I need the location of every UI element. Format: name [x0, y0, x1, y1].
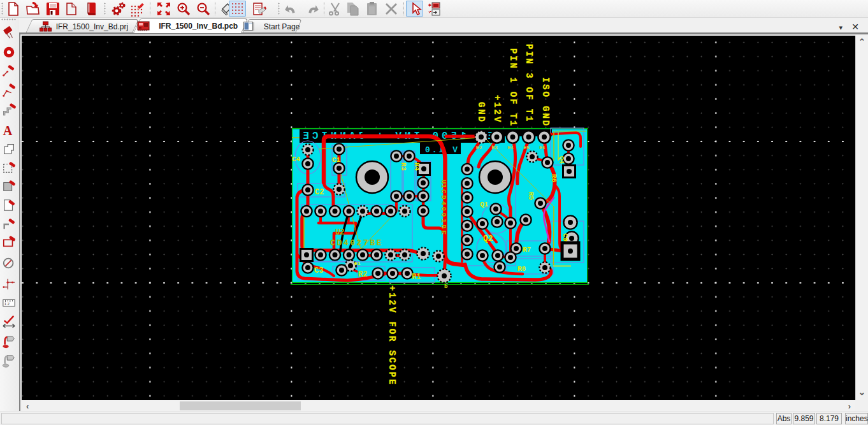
svg-text:C2: C2 [315, 188, 324, 197]
svg-text:E3: E3 [492, 145, 498, 150]
svg-text:E5: E5 [524, 145, 530, 150]
svg-text:R3: R3 [400, 162, 407, 171]
svg-text:R2: R2 [358, 270, 367, 279]
svg-text:R5: R5 [527, 192, 535, 201]
svg-text:R4: R4 [413, 162, 421, 171]
svg-text:1 2: 1 2 [4, 302, 10, 306]
svg-text:+12V: +12V [492, 95, 502, 124]
svg-text:A: A [3, 124, 13, 138]
svg-text:U2: U2 [335, 228, 344, 237]
svg-text:R1: R1 [412, 273, 421, 282]
svg-text:+12V FOR SCOPE: +12V FOR SCOPE [387, 285, 397, 386]
svg-text:U1: U1 [440, 180, 447, 189]
svg-text:C4: C4 [292, 155, 301, 163]
svg-text:C1: C1 [332, 156, 341, 164]
svg-text:R7: R7 [523, 246, 531, 254]
svg-text:C3: C3 [314, 266, 323, 275]
svg-text:GND: GND [476, 102, 486, 124]
svg-text:Q4: Q4 [558, 156, 565, 164]
svg-text:ISO GND: ISO GND [540, 77, 551, 127]
svg-text:C9: C9 [561, 233, 569, 241]
svg-text:R8: R8 [517, 265, 526, 273]
svg-text:E2: E2 [476, 145, 482, 150]
svg-text:E6: E6 [539, 145, 546, 150]
svg-text:R6: R6 [550, 174, 558, 182]
svg-text:b: b [444, 284, 447, 290]
svg-text:E1: E1 [354, 261, 361, 266]
svg-text:Q1: Q1 [480, 201, 489, 208]
svg-text:CD4001BE: CD4001BE [440, 189, 447, 236]
svg-text:E4: E4 [508, 145, 514, 150]
svg-text:Q2: Q2 [483, 234, 493, 243]
svg-text:PIN 3 OF T1: PIN 3 OF T1 [524, 44, 534, 123]
svg-text:PIN 1 OF T1: PIN 1 OF T1 [508, 48, 518, 127]
svg-text:CD4027BE: CD4027BE [330, 238, 383, 248]
